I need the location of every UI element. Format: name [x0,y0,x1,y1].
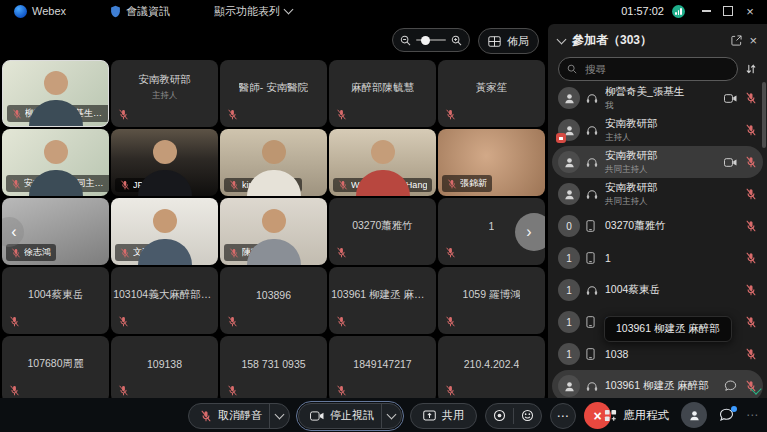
video-options-button[interactable] [381,404,401,428]
chat-icon[interactable] [724,380,737,392]
participant-search[interactable] [558,57,738,81]
video-tile[interactable]: 醫師- 安南醫院 [220,60,327,127]
video-tile[interactable]: 安南教...（共同主持人） [2,129,109,196]
participant-name: 1038 [605,348,739,360]
video-tile[interactable]: 103961 柳建丞 麻醉部 [329,267,436,334]
share-button[interactable]: 共用 [410,403,477,429]
tile-name-label: 安南教...（共同主持人） [6,175,109,192]
search-input[interactable] [583,62,729,76]
chat-notification-dot [731,406,737,412]
participant-row[interactable]: 0 03270蕭雅竹 [552,210,763,242]
muted-mic-icon[interactable] [745,92,757,104]
video-tile[interactable]: 103104義大麻醉部蔡文珠 [111,267,218,334]
tile-participant-role: 主持人 [152,90,178,102]
participant-row[interactable]: 1 1 [552,242,763,274]
muted-mic-icon [11,179,21,189]
meeting-info-label: 會議資訊 [126,4,170,19]
muted-mic-icon[interactable] [745,348,757,360]
video-tile[interactable]: 文晉皓 [111,198,218,265]
participant-row[interactable]: 1 1004蔡東岳 [552,274,763,306]
video-tile[interactable]: 1004蔡東岳 [2,267,109,334]
video-tile[interactable]: 107680周麗 [2,336,109,403]
zoom-in-icon[interactable] [451,35,462,46]
more-options-button[interactable]: ⋯ [550,403,576,429]
video-tile[interactable]: 109138 [111,336,218,403]
video-tile[interactable]: 黃家笙 [438,60,545,127]
video-tile[interactable]: › 1 [438,198,545,265]
participant-row[interactable]: 柳營奇美_張基生 我 [552,82,763,114]
sort-participants-button[interactable] [745,63,757,75]
close-panel-button[interactable]: × [749,33,757,48]
close-button[interactable]: × [739,0,761,22]
stage-area: 佈局 柳營奇美_張基生（我） 安南教研部 主持人 醫師- 安南醫院 麻醉部陳毓慧 [0,22,547,432]
video-tile[interactable]: 158 731 0935 [220,336,327,403]
video-tile[interactable]: 安南教研部 主持人 [111,60,218,127]
tile-name-label: Wong Chung Hang [333,178,432,192]
unmute-button[interactable]: 取消靜音 [189,404,269,428]
show-menubar-button[interactable]: 顯示功能表列 [206,0,300,22]
muted-mic-icon[interactable] [745,156,757,168]
layout-button[interactable]: 佈局 [478,28,539,54]
muted-mic-icon[interactable] [745,220,757,232]
menubar-label: 顯示功能表列 [214,4,280,19]
video-tile[interactable]: 張錦新 [438,129,545,196]
participant-row[interactable]: 103961 柳建丞 麻醉部 [552,370,763,398]
video-tile[interactable]: 103896 [220,267,327,334]
record-button[interactable] [486,409,513,422]
muted-mic-icon [118,109,129,120]
minimize-button[interactable] [695,0,717,22]
video-tile[interactable]: Wong Chung Hang [329,129,436,196]
phone-icon [586,348,599,360]
popout-panel-button[interactable] [731,35,742,46]
carousel-next-button[interactable]: › [515,213,545,251]
participant-row[interactable]: 安南教研部 共同主持人 [552,178,763,210]
participant-row[interactable]: 安南教研部 共同主持人 [552,146,763,178]
muted-mic-icon[interactable] [745,124,757,136]
muted-mic-icon[interactable] [745,284,757,296]
muted-mic-icon [445,247,456,258]
video-tile[interactable]: JP Wang [111,129,218,196]
tile-participant-name: 107680周麗 [27,357,83,371]
apps-button[interactable]: 應用程式 [604,408,669,423]
webex-menu[interactable]: Webex [6,0,74,22]
participant-row[interactable]: 1 1038 [552,338,763,370]
video-tile[interactable]: 210.4.202.4 [438,336,545,403]
participant-row[interactable]: 安南教研部 主持人 [552,114,763,146]
meeting-info-button[interactable]: 會議資訊 [102,0,178,22]
carousel-prev-button[interactable]: ‹ [2,217,24,247]
video-tile[interactable]: 03270蕭雅竹 [329,198,436,265]
participants-toggle-button[interactable] [681,402,707,428]
headset-icon [586,189,599,200]
panel-scrollbar[interactable] [762,82,766,148]
tile-participant-name: 安南教研部 [138,73,191,87]
video-tile[interactable]: 1849147217 [329,336,436,403]
tile-name-label: JP Wang [115,178,174,192]
video-tile[interactable]: kingwutw WU [220,129,327,196]
muted-mic-icon[interactable] [745,188,757,200]
connection-quality-icon[interactable] [672,5,685,18]
video-tile[interactable]: 柳營奇美_張基生（我） [2,60,109,127]
reactions-button[interactable] [514,409,541,422]
muted-mic-icon [227,385,238,396]
video-tile[interactable]: 麻醉部陳毓慧 [329,60,436,127]
video-tile[interactable]: 陳家榆 [220,198,327,265]
stop-video-button[interactable]: 停止視訊 [299,404,381,428]
zoom-slider[interactable] [416,39,446,41]
chat-toggle-button[interactable] [719,408,734,422]
zoom-out-icon[interactable] [400,35,411,46]
grid-zoom-control[interactable] [392,28,470,52]
muted-mic-icon [120,180,130,190]
maximize-button[interactable] [717,0,739,22]
stop-video-label: 停止視訊 [330,408,374,423]
muted-mic-icon[interactable] [745,252,757,264]
muted-mic-icon [336,109,347,120]
video-tile[interactable]: ‹ 徐志鴻 [2,198,109,265]
video-tile[interactable]: 1059 羅博鴻 [438,267,545,334]
muted-mic-icon[interactable] [745,316,757,328]
muted-mic-icon [12,109,22,119]
control-bar: 取消靜音 停止視訊 共用 ⋯ × [0,398,767,432]
audio-options-button[interactable] [269,404,289,428]
panel-collapse-icon[interactable] [557,34,567,44]
more-panels-button[interactable]: ⋯ [746,408,759,422]
zoom-slider-handle[interactable] [421,36,430,45]
